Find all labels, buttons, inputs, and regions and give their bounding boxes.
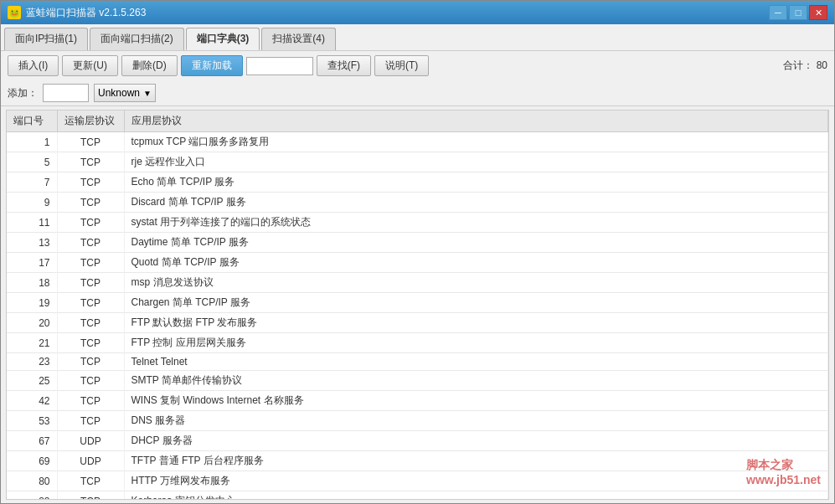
- table-row[interactable]: 20TCPFTP 默认数据 FTP 发布服务: [7, 313, 828, 333]
- find-button[interactable]: 查找(F): [317, 55, 371, 76]
- cell-17-2: HTTP 万维网发布服务: [124, 471, 828, 491]
- cell-5-2: Daytime 简单 TCP/IP 服务: [124, 233, 828, 253]
- cell-16-0: 69: [7, 451, 57, 471]
- cell-11-2: Telnet Telnet: [124, 353, 828, 371]
- cell-4-1: TCP: [57, 213, 124, 233]
- cell-6-2: Quotd 简单 TCP/IP 服务: [124, 253, 828, 273]
- protocol-dropdown[interactable]: Unknown ▼: [94, 84, 156, 102]
- main-window: 🐸 蓝蛙端口扫描器 v2.1.5.263 ─ □ ✕ 面向IP扫描(1) 面向端…: [0, 0, 835, 504]
- table-row[interactable]: 25TCPSMTP 简单邮件传输协议: [7, 371, 828, 391]
- title-bar: 🐸 蓝蛙端口扫描器 v2.1.5.263 ─ □ ✕: [1, 1, 834, 24]
- port-table: 端口号 运输层协议 应用层协议 1TCPtcpmux TCP 端口服务多路复用5…: [7, 111, 828, 500]
- cell-7-1: TCP: [57, 273, 124, 293]
- cell-12-1: TCP: [57, 371, 124, 391]
- add-label: 添加：: [8, 86, 38, 100]
- cell-7-2: msp 消息发送协议: [124, 273, 828, 293]
- cell-5-1: TCP: [57, 233, 124, 253]
- search-input[interactable]: [246, 57, 313, 75]
- cell-16-1: UDP: [57, 451, 124, 471]
- cell-1-0: 5: [7, 152, 57, 172]
- toolbar: 插入(I) 更新(U) 删除(D) 重新加载 查找(F) 说明(T) 合计： 8…: [1, 50, 834, 80]
- cell-18-2: Kerberos 密钥分发中心: [124, 491, 828, 501]
- cell-13-2: WINS 复制 Windows Internet 名称服务: [124, 391, 828, 411]
- cell-13-0: 42: [7, 391, 57, 411]
- explain-button[interactable]: 说明(T): [374, 55, 429, 76]
- port-table-container[interactable]: 端口号 运输层协议 应用层协议 1TCPtcpmux TCP 端口服务多路复用5…: [6, 110, 829, 500]
- cell-9-0: 20: [7, 313, 57, 333]
- cell-14-1: TCP: [57, 411, 124, 431]
- table-row[interactable]: 13TCPDaytime 简单 TCP/IP 服务: [7, 233, 828, 253]
- tab-port-dict[interactable]: 端口字典(3): [186, 28, 260, 50]
- table-row[interactable]: 19TCPChargen 简单 TCP/IP 服务: [7, 293, 828, 313]
- cell-3-0: 9: [7, 193, 57, 213]
- cell-18-1: TCP: [57, 491, 124, 501]
- cell-0-2: tcpmux TCP 端口服务多路复用: [124, 132, 828, 152]
- dropdown-arrow-icon: ▼: [143, 89, 152, 98]
- cell-6-1: TCP: [57, 253, 124, 273]
- cell-13-1: TCP: [57, 391, 124, 411]
- table-row[interactable]: 67UDPDHCP 服务器: [7, 431, 828, 451]
- cell-15-1: UDP: [57, 431, 124, 451]
- cell-2-2: Echo 简单 TCP/IP 服务: [124, 172, 828, 193]
- tab-ip-scan[interactable]: 面向IP扫描(1): [4, 28, 88, 50]
- cell-10-2: FTP 控制 应用层网关服务: [124, 333, 828, 353]
- maximize-button[interactable]: □: [789, 5, 807, 20]
- cell-0-1: TCP: [57, 132, 124, 152]
- table-row[interactable]: 69UDPTFTP 普通 FTP 后台程序服务: [7, 451, 828, 471]
- cell-5-0: 13: [7, 233, 57, 253]
- cell-10-0: 21: [7, 333, 57, 353]
- table-row[interactable]: 1TCPtcpmux TCP 端口服务多路复用: [7, 132, 828, 152]
- cell-1-2: rje 远程作业入口: [124, 152, 828, 172]
- watermark: 脚本之家 www.jb51.net: [746, 458, 821, 486]
- table-row[interactable]: 7TCPEcho 简单 TCP/IP 服务: [7, 172, 828, 193]
- cell-12-0: 25: [7, 371, 57, 391]
- cell-8-0: 19: [7, 293, 57, 313]
- table-row[interactable]: 11TCPsystat 用于列举连接了的端口的系统状态: [7, 213, 828, 233]
- cell-17-0: 80: [7, 471, 57, 491]
- cell-14-2: DNS 服务器: [124, 411, 828, 431]
- tab-scan-settings[interactable]: 扫描设置(4): [261, 28, 336, 50]
- cell-6-0: 17: [7, 253, 57, 273]
- delete-button[interactable]: 删除(D): [121, 55, 178, 76]
- table-row[interactable]: 9TCPDiscard 简单 TCP/IP 服务: [7, 193, 828, 213]
- cell-10-1: TCP: [57, 333, 124, 353]
- tab-port-scan[interactable]: 面向端口扫描(2): [90, 28, 184, 50]
- cell-11-0: 23: [7, 353, 57, 371]
- table-row[interactable]: 88TCPKerberos 密钥分发中心: [7, 491, 828, 501]
- add-port-input[interactable]: [43, 84, 89, 102]
- window-title: 蓝蛙端口扫描器 v2.1.5.263: [26, 6, 769, 20]
- table-row[interactable]: 18TCPmsp 消息发送协议: [7, 273, 828, 293]
- total-label: 合计： 80: [783, 59, 827, 73]
- table-row[interactable]: 21TCPFTP 控制 应用层网关服务: [7, 333, 828, 353]
- cell-18-0: 88: [7, 491, 57, 501]
- table-row[interactable]: 80TCPHTTP 万维网发布服务: [7, 471, 828, 491]
- table-header-row: 端口号 运输层协议 应用层协议: [7, 111, 828, 132]
- table-row[interactable]: 23TCPTelnet Telnet: [7, 353, 828, 371]
- content-area: 端口号 运输层协议 应用层协议 1TCPtcpmux TCP 端口服务多路复用5…: [1, 106, 834, 503]
- minimize-button[interactable]: ─: [769, 5, 787, 20]
- table-row[interactable]: 53TCPDNS 服务器: [7, 411, 828, 431]
- table-row[interactable]: 5TCPrje 远程作业入口: [7, 152, 828, 172]
- cell-8-2: Chargen 简单 TCP/IP 服务: [124, 293, 828, 313]
- update-button[interactable]: 更新(U): [62, 55, 118, 76]
- table-row[interactable]: 42TCPWINS 复制 Windows Internet 名称服务: [7, 391, 828, 411]
- reload-button[interactable]: 重新加载: [181, 55, 243, 76]
- cell-12-2: SMTP 简单邮件传输协议: [124, 371, 828, 391]
- cell-1-1: TCP: [57, 152, 124, 172]
- insert-button[interactable]: 插入(I): [8, 55, 59, 76]
- cell-14-0: 53: [7, 411, 57, 431]
- close-button[interactable]: ✕: [809, 5, 827, 20]
- app-icon: 🐸: [8, 6, 21, 19]
- add-bar: 添加： Unknown ▼: [1, 80, 834, 106]
- cell-2-1: TCP: [57, 172, 124, 193]
- tabs-bar: 面向IP扫描(1) 面向端口扫描(2) 端口字典(3) 扫描设置(4): [1, 24, 834, 50]
- cell-7-0: 18: [7, 273, 57, 293]
- col-port: 端口号: [7, 111, 57, 132]
- cell-2-0: 7: [7, 172, 57, 193]
- table-row[interactable]: 17TCPQuotd 简单 TCP/IP 服务: [7, 253, 828, 273]
- cell-15-2: DHCP 服务器: [124, 431, 828, 451]
- cell-3-2: Discard 简单 TCP/IP 服务: [124, 193, 828, 213]
- cell-9-2: FTP 默认数据 FTP 发布服务: [124, 313, 828, 333]
- table-body: 1TCPtcpmux TCP 端口服务多路复用5TCPrje 远程作业入口7TC…: [7, 132, 828, 501]
- col-application: 应用层协议: [124, 111, 828, 132]
